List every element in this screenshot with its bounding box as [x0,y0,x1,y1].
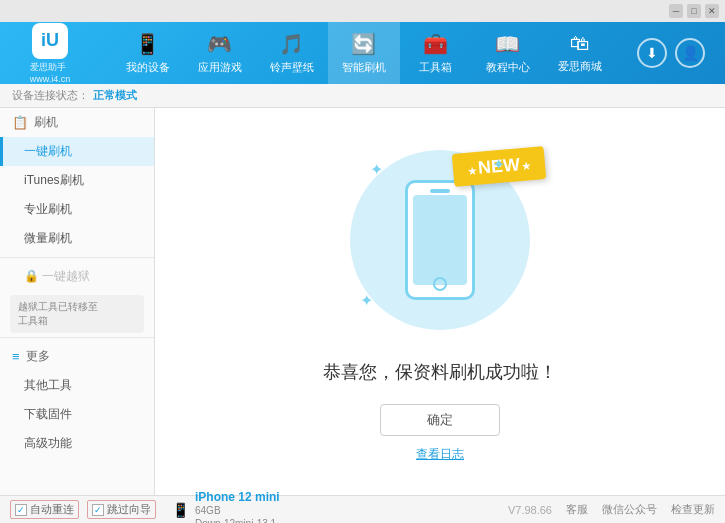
store-icon: 🛍 [570,32,590,55]
bottom-left: ✓ 自动重连 ✓ 跳过向导 📱 iPhone 12 mini 64GB Down… [10,490,508,524]
auto-reconnect-checkbox[interactable]: ✓ 自动重连 [10,500,79,519]
sidebar-divider-2 [0,337,154,338]
phone-illustration: NEW ✦ ✦ ✦ [340,140,540,340]
check-update-link[interactable]: 检查更新 [671,502,715,517]
content-area: NEW ✦ ✦ ✦ 恭喜您，保资料刷机成功啦！ 确定 查看日志 [155,108,725,495]
sidebar-item-itunes-label: iTunes刷机 [24,173,84,187]
titlebar: ─ □ ✕ [0,0,725,22]
nav: 📱 我的设备 🎮 应用游戏 🎵 铃声壁纸 🔄 智能刷机 🧰 工具箱 📖 教程中心… [90,22,637,84]
tutorial-icon: 📖 [495,32,520,56]
nav-app-game[interactable]: 🎮 应用游戏 [184,22,256,84]
customer-service-link[interactable]: 客服 [566,502,588,517]
sidebar-item-other-tools[interactable]: 其他工具 [0,371,154,400]
nav-toolbox-label: 工具箱 [419,60,452,75]
sidebar-jailbreak-notice: 越狱工具已转移至工具箱 [10,295,144,333]
phone-device [405,180,475,300]
device-icon: 📱 [135,32,160,56]
sidebar-item-advanced-label: 高级功能 [24,436,72,450]
sidebar-item-pro-flash[interactable]: 专业刷机 [0,195,154,224]
sidebar-group-more[interactable]: ≡ 更多 [0,342,154,371]
app-game-icon: 🎮 [207,32,232,56]
sidebar-group-more-label: 更多 [26,348,50,365]
version-label: V7.98.66 [508,504,552,516]
nav-ringtone[interactable]: 🎵 铃声壁纸 [256,22,328,84]
logo-icon: iU [32,23,68,59]
logo: iU 爱思助手www.i4.cn [10,23,90,84]
maximize-button[interactable]: □ [687,4,701,18]
nav-smart-flash[interactable]: 🔄 智能刷机 [328,22,400,84]
sparkle-icon-3: ✦ [360,291,373,310]
success-message: 恭喜您，保资料刷机成功啦！ [323,360,557,384]
bottom-right: V7.98.66 客服 微信公众号 检查更新 [508,502,715,517]
close-button[interactable]: ✕ [705,4,719,18]
nav-smart-flash-label: 智能刷机 [342,60,386,75]
sidebar-item-micro-flash[interactable]: 微量刷机 [0,224,154,253]
statusbar: 设备连接状态： 正常模式 [0,84,725,108]
nav-tutorial[interactable]: 📖 教程中心 [472,22,544,84]
sparkle-icon-1: ✦ [370,160,383,179]
phone-screen [413,195,467,285]
smart-flash-icon: 🔄 [351,32,376,56]
phone-home-button [433,277,447,291]
nav-store[interactable]: 🛍 爱思商城 [544,22,616,84]
sidebar-item-onekey-label: 一键刷机 [24,144,72,158]
sparkle-icon-2: ✦ [492,155,505,174]
logo-text: 爱思助手www.i4.cn [30,61,71,84]
sidebar-divider-1 [0,257,154,258]
sidebar-item-micro-label: 微量刷机 [24,231,72,245]
nav-right: ⬇ 👤 [637,38,715,68]
sidebar-item-jailbreak: 🔒 一键越狱 [0,262,154,291]
sidebar-item-onekey-flash[interactable]: 一键刷机 [0,137,154,166]
view-log-link[interactable]: 查看日志 [416,446,464,463]
device-details: 64GB Down-12mini-13.1 [195,504,280,524]
more-group-icon: ≡ [12,349,20,364]
sidebar-item-advanced[interactable]: 高级功能 [0,429,154,458]
device-details-block: iPhone 12 mini 64GB Down-12mini-13.1 [195,490,280,524]
device-phone-icon: 📱 [172,502,189,518]
statusbar-value: 正常模式 [93,88,137,103]
statusbar-label: 设备连接状态： [12,88,89,103]
nav-my-device[interactable]: 📱 我的设备 [112,22,184,84]
sidebar-group-flash-label: 刷机 [34,114,58,131]
skip-wizard-label: 跳过向导 [107,502,151,517]
skip-wizard-checkbox[interactable]: ✓ 跳过向导 [87,500,156,519]
sidebar-item-pro-label: 专业刷机 [24,202,72,216]
skip-wizard-check-icon: ✓ [92,504,104,516]
wechat-link[interactable]: 微信公众号 [602,502,657,517]
ringtone-icon: 🎵 [279,32,304,56]
bottombar: ✓ 自动重连 ✓ 跳过向导 📱 iPhone 12 mini 64GB Down… [0,495,725,523]
sidebar-item-jailbreak-icon: 🔒 [24,269,42,283]
nav-tutorial-label: 教程中心 [486,60,530,75]
sidebar: 📋 刷机 一键刷机 iTunes刷机 专业刷机 微量刷机 🔒 一键越狱 越狱工具… [0,108,155,495]
header: iU 爱思助手www.i4.cn 📱 我的设备 🎮 应用游戏 🎵 铃声壁纸 🔄 … [0,22,725,84]
device-storage: 64GB [195,504,280,517]
download-button[interactable]: ⬇ [637,38,667,68]
sidebar-item-itunes-flash[interactable]: iTunes刷机 [0,166,154,195]
auto-reconnect-label: 自动重连 [30,502,74,517]
user-button[interactable]: 👤 [675,38,705,68]
device-model: Down-12mini-13.1 [195,517,280,524]
flash-group-icon: 📋 [12,115,28,130]
toolbox-icon: 🧰 [423,32,448,56]
device-info: 📱 iPhone 12 mini 64GB Down-12mini-13.1 [172,490,280,524]
sidebar-group-flash[interactable]: 📋 刷机 [0,108,154,137]
confirm-button[interactable]: 确定 [380,404,500,436]
device-name: iPhone 12 mini [195,490,280,504]
nav-app-game-label: 应用游戏 [198,60,242,75]
nav-my-device-label: 我的设备 [126,60,170,75]
nav-store-label: 爱思商城 [558,59,602,74]
sidebar-item-jailbreak-label: 一键越狱 [42,269,90,283]
minimize-button[interactable]: ─ [669,4,683,18]
auto-reconnect-check-icon: ✓ [15,504,27,516]
phone-speaker [430,189,450,193]
nav-toolbox[interactable]: 🧰 工具箱 [400,22,472,84]
sidebar-item-firmware-label: 下载固件 [24,407,72,421]
sidebar-item-download-firmware[interactable]: 下载固件 [0,400,154,429]
sidebar-item-other-label: 其他工具 [24,378,72,392]
main: 📋 刷机 一键刷机 iTunes刷机 专业刷机 微量刷机 🔒 一键越狱 越狱工具… [0,108,725,495]
nav-ringtone-label: 铃声壁纸 [270,60,314,75]
